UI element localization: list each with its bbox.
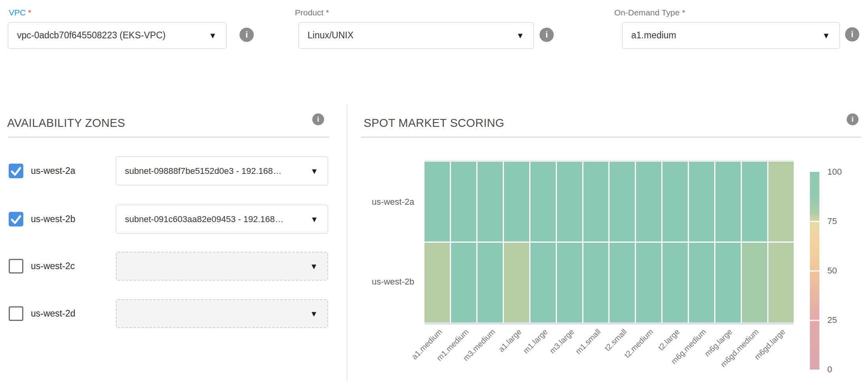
subnet-select-us-west-2b[interactable]: subnet-091c603aa82e09453 - 192.168…▼ <box>116 205 328 234</box>
subnet-select-value: subnet-091c603aa82e09453 - 192.168… <box>125 214 283 224</box>
info-icon-glyph: i <box>317 115 319 124</box>
spot-market-scoring-divider <box>361 137 861 138</box>
on-demand-type-info-icon[interactable]: i <box>845 27 859 41</box>
heatmap-cell-us-west-2a-a1.large[interactable] <box>504 162 529 241</box>
spot-market-scoring-title: SPOT MARKET SCORING <box>364 117 504 130</box>
heatmap-cell-us-west-2b-m1.small[interactable] <box>583 243 609 323</box>
dropdown-arrow-icon: ▼ <box>310 167 318 175</box>
colorbar-tick-label: 25 <box>827 315 837 325</box>
zone-checkbox-us-west-2c[interactable] <box>9 259 23 273</box>
on-demand-type-required-asterisk: * <box>682 8 685 17</box>
heatmap-row-label: us-west-2a <box>355 197 414 207</box>
zone-label: us-west-2a <box>31 157 75 185</box>
vpc-required-asterisk: * <box>28 8 31 17</box>
heatmap-cell-us-west-2b-m1.large[interactable] <box>530 243 556 323</box>
heatmap-cell-us-west-2b-m3.large[interactable] <box>557 243 582 323</box>
zone-checkbox-us-west-2b[interactable] <box>9 212 23 226</box>
zone-row-us-west-2c: us-west-2c▼ <box>8 252 340 281</box>
heatmap-axis-line <box>425 323 794 324</box>
info-icon-glyph: i <box>851 29 853 40</box>
heatmap-row-label: us-west-2b <box>355 277 414 287</box>
zone-label: us-west-2b <box>31 205 75 234</box>
checkmark-icon <box>9 164 23 178</box>
heatmap-cell-us-west-2b-m6g.large[interactable] <box>715 243 741 323</box>
dropdown-arrow-icon: ▼ <box>209 32 217 40</box>
zone-row-us-west-2d: us-west-2d▼ <box>8 299 340 328</box>
info-icon-glyph: i <box>545 30 548 40</box>
heatmap-cell-us-west-2b-t2.large[interactable] <box>662 243 688 323</box>
heatmap-cell-us-west-2a-m3.large[interactable] <box>557 162 582 241</box>
product-select-value: Linux/UNIX <box>308 30 353 41</box>
spot-market-scoring-info-icon[interactable]: i <box>847 113 859 125</box>
zone-label: us-west-2d <box>31 299 75 328</box>
heatmap-cell-us-west-2b-a1.medium[interactable] <box>425 243 450 323</box>
subnet-select-us-west-2c[interactable]: ▼ <box>116 252 328 281</box>
availability-zones-info-icon[interactable]: i <box>312 113 324 125</box>
heatmap-cell-us-west-2b-t2.small[interactable] <box>609 243 635 323</box>
heatmap-cell-us-west-2b-m6g.medium[interactable] <box>689 243 714 323</box>
dropdown-arrow-icon: ▼ <box>310 215 318 223</box>
vpc-label: VPC * <box>9 8 31 17</box>
vpc-label-text: VPC <box>9 8 26 17</box>
info-icon-glyph: i <box>245 30 248 40</box>
zone-checkbox-us-west-2a[interactable] <box>9 164 23 178</box>
dropdown-arrow-icon: ▼ <box>822 32 830 40</box>
heatmap-top-border <box>425 160 794 161</box>
spot-scoring-heatmap <box>425 162 794 323</box>
zone-label: us-west-2c <box>31 252 75 281</box>
colorbar-tick <box>810 320 819 321</box>
vpc-info-icon[interactable]: i <box>240 28 254 42</box>
availability-zones-divider <box>8 137 329 138</box>
colorbar-tick <box>810 221 819 222</box>
info-icon-glyph: i <box>851 115 853 124</box>
on-demand-type-label: On-Demand Type * <box>614 8 685 17</box>
heatmap-cell-us-west-2b-m6gd.large[interactable] <box>768 243 794 323</box>
dropdown-arrow-icon: ▼ <box>310 262 318 270</box>
zone-row-us-west-2a: us-west-2asubnet-09888f7be5152d0e3 - 192… <box>8 157 340 185</box>
heatmap-cell-us-west-2a-m6gd.medium[interactable] <box>742 162 767 241</box>
subnet-select-us-west-2d[interactable]: ▼ <box>116 299 328 328</box>
heatmap-cell-us-west-2b-m6gd.medium[interactable] <box>742 243 767 323</box>
section-vertical-divider <box>347 105 347 381</box>
product-label-text: Product <box>295 8 323 17</box>
heatmap-cell-us-west-2a-m1.medium[interactable] <box>451 162 476 241</box>
zone-row-us-west-2b: us-west-2bsubnet-091c603aa82e09453 - 192… <box>8 205 340 234</box>
spot-market-configuration-page: VPC * vpc-0adcb70f645508223 (EKS-VPC) ▼ … <box>0 0 868 381</box>
heatmap-cell-us-west-2a-a1.medium[interactable] <box>425 162 450 241</box>
heatmap-cell-us-west-2b-a1.large[interactable] <box>504 243 529 323</box>
heatmap-cell-us-west-2a-m6gd.large[interactable] <box>768 162 794 241</box>
heatmap-cell-us-west-2a-m6g.large[interactable] <box>715 162 741 241</box>
colorbar-tick <box>810 270 819 272</box>
vpc-select-value: vpc-0adcb70f645508223 (EKS-VPC) <box>17 30 166 41</box>
availability-zones-title: AVAILABILITY ZONES <box>7 117 125 130</box>
heatmap-col-label: a1.medium <box>376 327 444 381</box>
colorbar-tick-label: 50 <box>827 266 837 276</box>
heatmap-cell-us-west-2a-t2.medium[interactable] <box>636 162 661 241</box>
heatmap-cell-us-west-2a-m3.medium[interactable] <box>477 162 503 241</box>
heatmap-cell-us-west-2b-m3.medium[interactable] <box>477 243 503 323</box>
vpc-select[interactable]: vpc-0adcb70f645508223 (EKS-VPC) ▼ <box>8 22 226 49</box>
colorbar-tick-label: 0 <box>827 364 832 375</box>
heatmap-cell-us-west-2a-t2.small[interactable] <box>609 162 635 241</box>
colorbar-tick-label: 75 <box>827 216 837 226</box>
zone-checkbox-us-west-2d[interactable] <box>9 306 23 321</box>
heatmap-cell-us-west-2b-t2.medium[interactable] <box>636 243 661 323</box>
heatmap-cell-us-west-2b-m1.medium[interactable] <box>451 243 476 323</box>
on-demand-type-select-value: a1.medium <box>631 30 676 41</box>
heatmap-cell-us-west-2a-m1.small[interactable] <box>583 162 609 241</box>
checkmark-icon <box>9 212 23 226</box>
subnet-select-us-west-2a[interactable]: subnet-09888f7be5152d0e3 - 192.168…▼ <box>116 157 328 185</box>
product-label: Product * <box>295 8 329 17</box>
on-demand-type-label-text: On-Demand Type <box>614 8 679 17</box>
colorbar-tick-label: 100 <box>827 167 842 177</box>
product-select[interactable]: Linux/UNIX ▼ <box>298 22 534 49</box>
heatmap-cell-us-west-2a-m6g.medium[interactable] <box>689 162 714 241</box>
on-demand-type-select[interactable]: a1.medium ▼ <box>622 22 840 49</box>
product-info-icon[interactable]: i <box>540 28 554 42</box>
product-required-asterisk: * <box>326 8 329 17</box>
heatmap-cell-us-west-2a-t2.large[interactable] <box>662 162 688 241</box>
heatmap-cell-us-west-2a-m1.large[interactable] <box>530 162 556 241</box>
dropdown-arrow-icon: ▼ <box>516 32 524 40</box>
subnet-select-value: subnet-09888f7be5152d0e3 - 192.168… <box>125 166 281 176</box>
dropdown-arrow-icon: ▼ <box>310 310 318 318</box>
